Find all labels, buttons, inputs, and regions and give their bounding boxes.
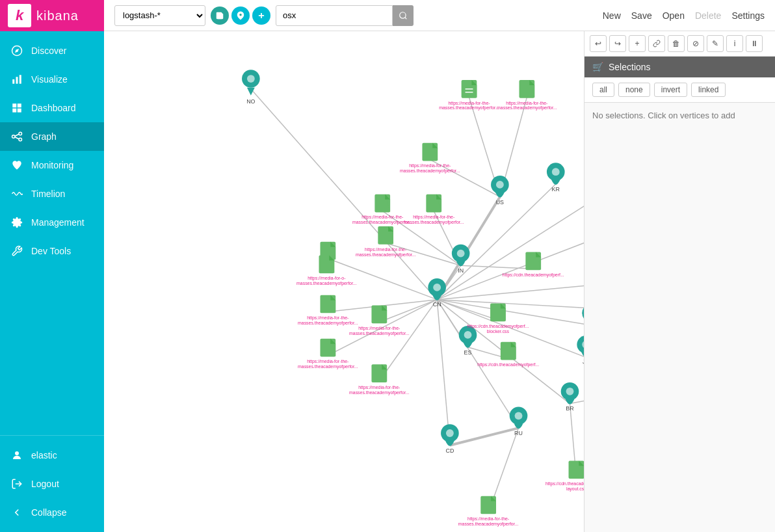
svg-text:https://media-for-the-: https://media-for-the- bbox=[307, 359, 348, 364]
svg-text:https://media-for-the-: https://media-for-the- bbox=[358, 385, 400, 390]
svg-rect-3 bbox=[16, 77, 18, 84]
svg-text:masses.theacademyofperfor...: masses.theacademyofperfor... bbox=[439, 105, 499, 111]
sidebar-item-logout[interactable]: Logout bbox=[0, 470, 104, 498]
svg-text:masses.theacademyofperfor...: masses.theacademyofperfor... bbox=[458, 522, 519, 527]
select-linked-button[interactable]: linked bbox=[691, 83, 726, 97]
plus-icon-btn[interactable] bbox=[252, 7, 270, 25]
sidebar-item-discover[interactable]: Discover bbox=[0, 36, 104, 65]
content-area: NO US KR bbox=[104, 31, 775, 532]
topbar: logstash-* New Save Open Delete bbox=[104, 0, 775, 31]
svg-line-46 bbox=[450, 428, 519, 446]
svg-point-79 bbox=[582, 304, 584, 323]
svg-rect-5 bbox=[12, 103, 16, 107]
svg-text:https://media-for-the-: https://media-for-the- bbox=[365, 247, 406, 252]
undo-button[interactable]: ↩ bbox=[590, 35, 607, 52]
svg-text:https://cdn.theacademyofperf..: https://cdn.theacademyofperf... bbox=[545, 481, 584, 486]
map-pin-icon-btn[interactable] bbox=[231, 7, 250, 25]
svg-text:https://media-for-the-: https://media-for-the- bbox=[467, 516, 509, 522]
graph-svg: NO US KR bbox=[104, 31, 584, 532]
sidebar-item-devtools[interactable]: Dev Tools bbox=[0, 237, 104, 265]
sidebar-item-visualize[interactable]: Visualize bbox=[0, 65, 104, 94]
sidebar-item-collapse[interactable]: Collapse bbox=[0, 498, 104, 527]
svg-text:ES: ES bbox=[464, 349, 472, 356]
svg-text:https://media-for-the-: https://media-for-the- bbox=[413, 215, 454, 220]
user-icon bbox=[10, 449, 23, 462]
delete-node-button[interactable]: 🗑 bbox=[668, 35, 685, 52]
svg-text:https://media-for-the-: https://media-for-the- bbox=[506, 101, 547, 106]
sidebar-item-management[interactable]: Management bbox=[0, 208, 104, 237]
svg-text:masses.theacademyofperfor...: masses.theacademyofperfor... bbox=[356, 252, 416, 258]
graph-icon bbox=[10, 130, 23, 143]
svg-text:https://media-for-the-: https://media-for-the- bbox=[307, 315, 348, 321]
logout-icon bbox=[10, 477, 23, 490]
info-button[interactable]: i bbox=[726, 35, 743, 52]
save-graph-icon-btn[interactable] bbox=[211, 7, 229, 25]
svg-text:https://cdn.theacademyofperf..: https://cdn.theacademyofperf... bbox=[477, 362, 539, 367]
nav-bottom: elastic Logout Collapse bbox=[0, 435, 104, 532]
svg-point-92 bbox=[515, 412, 523, 419]
svg-point-56 bbox=[247, 75, 255, 83]
wave-icon bbox=[10, 187, 23, 200]
search-input[interactable] bbox=[276, 5, 393, 26]
block-button[interactable]: ⊘ bbox=[687, 35, 704, 52]
svg-text:masses.theacademyofperfor...: masses.theacademyofperfor... bbox=[349, 390, 410, 395]
svg-text:masses.theacademyofperfor...: masses.theacademyofperfor... bbox=[400, 168, 460, 174]
svg-point-77 bbox=[433, 284, 441, 291]
sidebar-item-monitoring[interactable]: Monitoring bbox=[0, 151, 104, 180]
sidebar: k kibana Discover Visualize Dashboard bbox=[0, 0, 104, 532]
gear-icon bbox=[10, 216, 23, 229]
index-pattern-select[interactable]: logstash-* bbox=[114, 5, 205, 26]
svg-rect-2 bbox=[12, 79, 14, 84]
delete-button[interactable]: Delete bbox=[695, 10, 721, 21]
settings-button[interactable]: Settings bbox=[731, 10, 765, 21]
svg-line-13 bbox=[15, 137, 19, 139]
svg-point-71 bbox=[457, 250, 465, 258]
svg-point-11 bbox=[19, 138, 22, 141]
search-button[interactable] bbox=[393, 5, 414, 26]
svg-line-32 bbox=[437, 300, 450, 446]
svg-text:https://media-for-the-: https://media-for-the- bbox=[361, 215, 403, 220]
svg-text:masses.theacademyofperfor...: masses.theacademyofperfor... bbox=[497, 105, 557, 111]
svg-line-33 bbox=[251, 89, 437, 300]
sidebar-item-graph[interactable]: Graph bbox=[0, 122, 104, 151]
svg-text:masses.theacademyofperfor...: masses.theacademyofperfor... bbox=[404, 220, 464, 225]
svg-line-54 bbox=[379, 300, 437, 381]
svg-rect-8 bbox=[18, 109, 21, 113]
svg-line-12 bbox=[15, 134, 19, 136]
svg-point-86 bbox=[464, 331, 472, 339]
svg-text:https://cdn.theacademyofperf..: https://cdn.theacademyofperf... bbox=[467, 324, 529, 329]
svg-point-19 bbox=[400, 12, 406, 18]
open-button[interactable]: Open bbox=[663, 10, 685, 21]
select-none-button[interactable]: none bbox=[618, 83, 650, 97]
sidebar-item-timelion[interactable]: Timelion bbox=[0, 180, 104, 208]
edit-button[interactable]: ✎ bbox=[707, 35, 724, 52]
svg-line-21 bbox=[437, 197, 500, 300]
redo-button[interactable]: ↪ bbox=[609, 35, 626, 52]
sidebar-item-elastic[interactable]: elastic bbox=[0, 441, 104, 470]
selections-title: Selections bbox=[609, 62, 651, 72]
svg-point-16 bbox=[239, 14, 242, 16]
kibana-logo-icon: k bbox=[8, 4, 31, 27]
wrench-icon bbox=[10, 245, 23, 258]
svg-text:CN: CN bbox=[433, 302, 441, 308]
link-button[interactable] bbox=[648, 35, 665, 52]
main-area: logstash-* New Save Open Delete bbox=[104, 0, 775, 532]
svg-text:masses.theacademyofperfor...: masses.theacademyofperfor... bbox=[296, 281, 357, 286]
svg-text:CD: CD bbox=[445, 447, 454, 454]
select-invert-button[interactable]: invert bbox=[654, 83, 687, 97]
svg-text:NO: NO bbox=[246, 98, 255, 105]
new-button[interactable]: New bbox=[603, 10, 621, 21]
select-all-button[interactable]: all bbox=[592, 83, 614, 97]
pause-button[interactable]: ⏸ bbox=[746, 35, 763, 52]
save-button[interactable]: Save bbox=[631, 10, 652, 21]
graph-canvas[interactable]: NO US KR bbox=[104, 31, 584, 532]
app-name: kibana bbox=[36, 8, 79, 23]
svg-text:https://media-for-the-: https://media-for-the- bbox=[358, 326, 400, 331]
svg-text:masses.theacademyofperfor...: masses.theacademyofperfor... bbox=[298, 321, 358, 326]
selection-buttons-area: all none invert linked bbox=[585, 77, 775, 103]
nav-items: Discover Visualize Dashboard Graph Monit… bbox=[0, 31, 104, 435]
add-node-button[interactable]: + bbox=[629, 35, 646, 52]
sidebar-item-dashboard[interactable]: Dashboard bbox=[0, 94, 104, 122]
svg-text:layout.css: layout.css bbox=[566, 486, 584, 492]
bar-chart-icon bbox=[10, 73, 23, 86]
